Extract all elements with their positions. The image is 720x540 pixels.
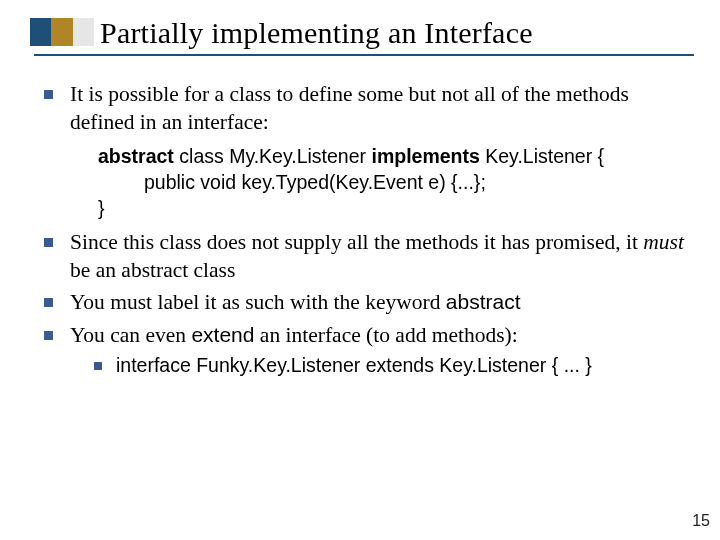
slide-title: Partially implementing an Interface: [100, 16, 686, 50]
bullet-must-b: be an abstract class: [70, 258, 235, 282]
band-grey: [73, 18, 94, 46]
title-color-band: [30, 18, 94, 46]
sub-list: interface Funky.Key.Listener extends Key…: [94, 353, 686, 379]
code-tx1: class My.Key.Listener: [174, 145, 372, 167]
body-list: It is possible for a class to define som…: [42, 80, 686, 379]
code-tx2: Key.Listener {: [480, 145, 604, 167]
bullet-must-a: Since this class does not supply all the…: [70, 230, 643, 254]
bullet-extend-a: You can even: [70, 323, 191, 347]
bullet-must-word: must: [643, 230, 684, 254]
code-block: abstract class My.Key.Listener implement…: [98, 143, 686, 222]
bullet-extend-kw: extend: [191, 323, 254, 346]
slide: Partially implementing an Interface It i…: [0, 0, 720, 540]
bullet-label-abstract: You must label it as such with the keywo…: [42, 288, 686, 316]
bullet-extend: You can even extend an interface (to add…: [42, 321, 686, 379]
bullet-extend-b: an interface (to add methods):: [254, 323, 517, 347]
page-number: 15: [692, 512, 710, 530]
bullet-label-kw: abstract: [446, 290, 521, 313]
sub-bullet-funky: interface Funky.Key.Listener extends Key…: [94, 353, 686, 379]
bullet-label-a: You must label it as such with the keywo…: [70, 290, 446, 314]
code-line-method: public void key.Typed(Key.Event e) {...}…: [98, 169, 686, 195]
kw-implements: implements: [371, 145, 479, 167]
title-underline: [34, 54, 694, 56]
bullet-intro-text: It is possible for a class to define som…: [70, 82, 629, 134]
band-gold: [51, 18, 72, 46]
kw-abstract: abstract: [98, 145, 174, 167]
bullet-must-abstract: Since this class does not supply all the…: [42, 228, 686, 285]
code-line-close: }: [98, 197, 105, 219]
sub-bullet-funky-text: interface Funky.Key.Listener extends Key…: [116, 354, 592, 376]
band-navy: [30, 18, 51, 46]
bullet-intro: It is possible for a class to define som…: [42, 80, 686, 222]
